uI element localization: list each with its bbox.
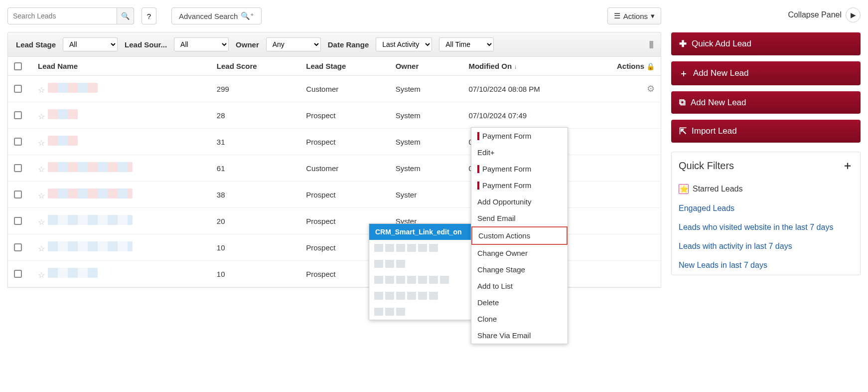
cell-owner: System <box>396 85 469 93</box>
star-icon[interactable]: ☆ <box>38 86 45 94</box>
sidebar-action-button[interactable]: ⇱ Import Lead <box>671 120 861 143</box>
menu-item[interactable]: Change Stage <box>471 261 568 278</box>
menu-item[interactable]: Payment Form <box>471 177 568 194</box>
filter-label: Leads who visited website in the last 7 … <box>679 223 833 232</box>
header-modified[interactable]: Modified On ↓ <box>468 62 615 70</box>
table-row[interactable]: ☆ 28 Prospect System 07/10/2024 07:49 <box>8 102 661 129</box>
columns-icon[interactable]: ||| <box>649 40 653 49</box>
menu-item[interactable]: Edit+ <box>471 144 568 161</box>
cell-score: 299 <box>217 85 306 93</box>
gear-icon[interactable]: ⚙ <box>647 83 655 94</box>
button-label: Add New Lead <box>691 98 746 108</box>
menu-item-label: Payment Form <box>482 132 531 140</box>
quick-filter-item[interactable]: Leads who visited website in the last 7 … <box>672 218 860 237</box>
menu-item-label: Add Opportunity <box>477 197 531 206</box>
filter-label: Engaged Leads <box>679 204 734 213</box>
button-icon: ✚ <box>679 38 687 49</box>
cell-stage: Customer <box>306 85 395 93</box>
menu-item-label: Add to List <box>477 282 513 290</box>
lead-source-select[interactable]: All <box>174 37 229 51</box>
sidebar-action-button[interactable]: ＋ Add New Lead <box>671 61 861 85</box>
row-checkbox[interactable] <box>14 111 22 119</box>
indicator-bar-icon <box>477 132 479 140</box>
indicator-bar-icon <box>477 182 479 190</box>
button-label: Add New Lead <box>693 68 749 78</box>
table-row[interactable]: ☆ 299 Customer System 07/10/2024 08:08 P… <box>8 76 661 102</box>
lead-name-redacted <box>48 136 78 146</box>
cell-owner: System <box>396 111 469 120</box>
main-area: 🔍 ? Advanced Search 🔍⁺ ☰ Actions ▾ Lead … <box>7 7 661 288</box>
submenu-selected-item[interactable]: CRM_Smart_Link_edit_on <box>369 224 472 240</box>
row-checkbox[interactable] <box>14 217 22 225</box>
header-name[interactable]: Lead Name <box>34 62 217 70</box>
sidebar-action-button[interactable]: ⧉ Add New Lead <box>671 91 861 114</box>
quick-filter-item[interactable]: Engaged Leads <box>672 199 860 218</box>
menu-item[interactable]: Delete <box>471 294 568 295</box>
owner-select[interactable]: Any <box>266 37 321 51</box>
right-sidebar: Collapse Panel ▶ ✚ Quick Add Lead ＋ Add … <box>671 7 861 288</box>
cell-score: 38 <box>217 191 306 199</box>
date-range-select[interactable]: Last Activity <box>376 37 432 51</box>
submenu-item[interactable] <box>369 240 472 256</box>
menu-item[interactable]: Custom Actions <box>471 226 568 245</box>
row-checkbox[interactable] <box>14 270 22 278</box>
time-select[interactable]: All Time <box>439 37 494 51</box>
star-icon[interactable]: ☆ <box>38 244 45 253</box>
row-checkbox[interactable] <box>14 164 22 172</box>
filter-icon: 🔍⁺ <box>241 11 254 20</box>
star-icon[interactable]: ☆ <box>38 112 45 121</box>
add-filter-button[interactable]: ＋ <box>842 158 853 173</box>
menu-item[interactable]: Send Email <box>471 210 568 226</box>
submenu-item[interactable] <box>369 256 472 272</box>
cell-score: 28 <box>217 111 306 120</box>
star-icon[interactable]: ☆ <box>38 165 45 174</box>
lead-stage-select[interactable]: All <box>63 37 118 51</box>
filter-label: Starred Leads <box>693 185 743 194</box>
cell-stage: Customer <box>306 164 395 173</box>
header-actions: Actions 🔒 <box>615 62 655 70</box>
collapse-panel-button[interactable]: Collapse Panel ▶ <box>671 7 861 22</box>
menu-item[interactable]: Add to List <box>471 278 568 294</box>
sidebar-action-button[interactable]: ✚ Quick Add Lead <box>671 32 861 55</box>
quick-filters-header: Quick Filters ＋ <box>672 152 860 179</box>
help-button[interactable]: ? <box>142 7 156 24</box>
menu-item[interactable]: Add Opportunity <box>471 194 568 210</box>
toolbar: 🔍 ? Advanced Search 🔍⁺ ☰ Actions ▾ <box>7 7 661 24</box>
cell-owner: Syster <box>396 191 469 199</box>
menu-item-label: Change Stage <box>477 265 525 274</box>
select-all-checkbox[interactable] <box>14 62 22 70</box>
menu-item[interactable]: Payment Form <box>471 161 568 177</box>
header-owner[interactable]: Owner <box>396 62 469 70</box>
quick-filter-item[interactable]: ⭐ Starred Leads <box>672 179 860 199</box>
quick-filters-title: Quick Filters <box>679 160 734 172</box>
lead-name-redacted <box>48 83 98 93</box>
menu-item-label: Send Email <box>477 214 516 222</box>
advanced-search-button[interactable]: Advanced Search 🔍⁺ <box>171 7 262 24</box>
lead-source-label: Lead Sour... <box>125 40 167 49</box>
quick-filter-item[interactable]: New Leads in last 7 days <box>672 256 860 275</box>
advanced-search-label: Advanced Search <box>179 12 238 20</box>
row-checkbox[interactable] <box>14 243 22 251</box>
menu-item[interactable]: Change Owner <box>471 245 568 261</box>
star-icon[interactable]: ☆ <box>38 218 45 226</box>
row-checkbox[interactable] <box>14 138 22 146</box>
search-button[interactable]: 🔍 <box>117 7 134 24</box>
star-icon[interactable]: ☆ <box>38 139 45 147</box>
quick-filters-panel: Quick Filters ＋ ⭐ Starred Leads Engaged … <box>671 152 861 275</box>
submenu-item[interactable] <box>369 272 472 288</box>
search-input[interactable] <box>7 7 117 24</box>
lead-name-redacted <box>48 241 133 251</box>
row-checkbox[interactable] <box>14 85 22 93</box>
header-score[interactable]: Lead Score <box>217 62 306 70</box>
submenu-item[interactable] <box>369 288 472 295</box>
menu-item[interactable]: Payment Form <box>471 128 568 144</box>
header-stage[interactable]: Lead Stage <box>306 62 395 70</box>
star-icon[interactable]: ☆ <box>38 271 45 279</box>
filter-label: Leads with activity in last 7 days <box>679 242 792 251</box>
quick-filter-item[interactable]: Leads with activity in last 7 days <box>672 237 860 256</box>
actions-dropdown[interactable]: ☰ Actions ▾ <box>607 7 661 24</box>
star-icon[interactable]: ☆ <box>38 192 45 200</box>
row-checkbox[interactable] <box>14 191 22 198</box>
search-box: 🔍 <box>7 7 134 24</box>
cell-score: 31 <box>217 138 306 146</box>
